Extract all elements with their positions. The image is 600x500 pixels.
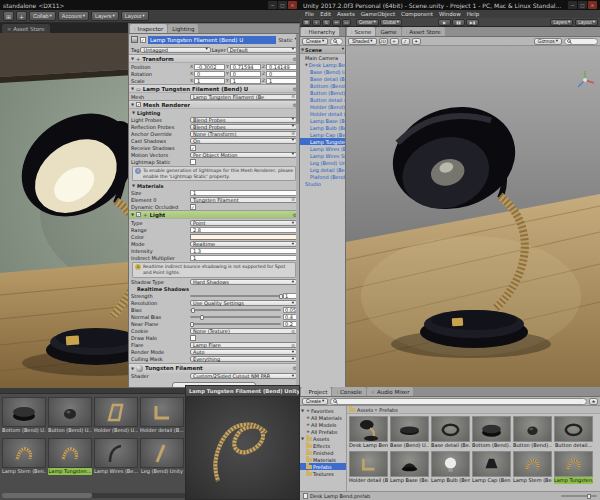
text-field[interactable]: 1 [190, 190, 297, 196]
layout-dropdown[interactable]: Layout▾ [121, 11, 149, 21]
tab-asset-store[interactable]: ⁞Asset Store [402, 27, 445, 36]
slider[interactable]: 1 [190, 293, 297, 299]
scale-tool-icon[interactable]: ⇔ [332, 19, 341, 26]
orientation-gizmo[interactable] [573, 68, 597, 94]
dropdown-field[interactable]: Per Object Motion▾ [190, 152, 297, 158]
hierarchy-item[interactable]: Lamp Tungsten Filament (Bend) Unity [300, 138, 345, 145]
lighting-toggle-icon[interactable]: ☀ [390, 38, 399, 45]
maximize-icon[interactable]: □ [278, 1, 287, 9]
asset-thumbnail[interactable]: Leg (Bend) Unity [140, 438, 184, 475]
tab-hierarchy[interactable]: ⁞Hierarchy [301, 27, 339, 36]
thumbnail-size-slider[interactable] [561, 495, 597, 497]
text-field[interactable]: 1 [190, 255, 297, 261]
slider-value[interactable]: 0.2 [283, 321, 297, 327]
slider[interactable]: 0.2 [190, 321, 297, 327]
dropdown-field[interactable]: Point▾ [190, 220, 297, 226]
mesh-renderer-component-header[interactable]: ▼ ✓ Mesh Renderer ⚙ [129, 100, 299, 109]
axis-field[interactable]: 1 [230, 78, 261, 84]
hierarchy-item[interactable]: Button (Bend) Unity [300, 89, 345, 96]
foldout-arrow-icon[interactable]: ▼ [301, 436, 305, 441]
asset-thumbnail[interactable]: Lamp Cap (Ben... [472, 451, 511, 484]
breadcrumb-folder[interactable]: Prefabs [379, 407, 398, 413]
asset-thumbnail[interactable]: Button (Bend)... [513, 416, 552, 449]
move-tool-icon[interactable]: + [312, 19, 321, 26]
hierarchy-item[interactable]: Lamp Cap (Bend) Unity [300, 131, 345, 138]
gizmos-dropdown[interactable]: Gizmos▾ [534, 38, 562, 45]
dropdown-field[interactable]: Hard Shadows▾ [190, 279, 297, 285]
hierarchy-item[interactable]: Main Camera [300, 54, 345, 61]
asset-thumbnail[interactable]: Button (Bend) U... [48, 397, 92, 434]
hierarchy-item[interactable]: Lamp Wires (Bend) Unity [300, 145, 345, 152]
favorites-filter-icon[interactable]: ★ [589, 398, 598, 405]
dropdown-field[interactable]: Use Quality Settings▾ [190, 300, 297, 306]
main-window-titlebar[interactable]: Unity 2017.2.0f3 Personal (64bit) - Scen… [300, 0, 600, 10]
step-icon[interactable]: ▶▮ [466, 19, 479, 26]
tab-scene[interactable]: ⁞Scene [347, 27, 375, 36]
hierarchy-item[interactable]: Lamp Wires Support (Bend) Unity [300, 152, 345, 159]
hierarchy-item[interactable]: Leg detail (Bend) Unity [300, 166, 345, 173]
scrollbar-thumb[interactable] [2, 493, 92, 498]
axis-field[interactable]: 0 [266, 71, 297, 77]
dropdown-field[interactable]: Blend Probes▾ [190, 124, 297, 130]
tab-project[interactable]: ⁞Project [301, 387, 331, 396]
axis-field[interactable]: -0.3002 [194, 64, 225, 70]
layer-dropdown[interactable]: Default▾ [227, 47, 297, 53]
dropdown-field[interactable]: Blend Probes▾ [190, 117, 297, 123]
favorites-root[interactable]: ▼ ★ Favorites [300, 407, 346, 414]
asset-thumbnail[interactable]: Button detail... [554, 416, 593, 449]
assets-root[interactable]: ▼ Assets [300, 435, 346, 442]
foldout-arrow-icon[interactable]: ▼ [131, 86, 134, 91]
slider-thumb[interactable] [587, 494, 591, 499]
collab-dropdown[interactable]: Collab▾ [29, 11, 56, 21]
scene-viewport[interactable] [346, 46, 600, 387]
slider-thumb[interactable] [190, 322, 194, 327]
component-enabled-checkbox[interactable]: ✓ [136, 212, 141, 217]
object-picker-icon[interactable]: ⊙ [291, 197, 295, 202]
asset-thumbnail[interactable]: Lamp Stem (Be... [513, 451, 552, 484]
asset-thumbnail[interactable]: Bottom (Bend) U... [2, 397, 46, 434]
hierarchy-item[interactable]: Lamp Bulb (Bend) Unity [300, 124, 345, 131]
foldout-arrow-icon[interactable]: ▼ [131, 102, 134, 107]
menu-edit[interactable]: Edit [317, 11, 334, 17]
object-field[interactable]: Lamp Tungsten Filament (Be⊙ [190, 94, 297, 100]
tab-inspector[interactable]: ⁞Inspector [130, 24, 167, 33]
hierarchy-item[interactable]: Holder detail (Bend) Unity [300, 110, 345, 117]
favorite-item[interactable]: ★All Models [300, 421, 346, 428]
asset-thumbnail[interactable]: Holder detail (B... [140, 397, 184, 434]
pivot-global-button[interactable]: Global▾ [380, 19, 402, 26]
object-field[interactable]: Tungsten Filament⊙ [190, 197, 297, 203]
shader-dropdown[interactable]: Custom/2Sided Cutout NM PAR▾ [190, 373, 297, 379]
hierarchy-item[interactable]: Bottom (Bend) Unity [300, 82, 345, 89]
rect-tool-icon[interactable]: ▭ [342, 19, 351, 26]
hierarchy-item[interactable]: Base detail (Bend) Unity [300, 75, 345, 82]
preview-title[interactable]: Lamp Tungsten Filament (Bend) Unity [186, 386, 299, 397]
slider[interactable]: 0.4 [190, 314, 297, 320]
audio-toggle-icon[interactable]: ♪ [401, 38, 410, 45]
object-picker-icon[interactable]: ⊙ [291, 131, 295, 136]
lighting-foldout[interactable]: ▼ Lighting [129, 109, 299, 116]
object-picker-icon[interactable]: ⊙ [291, 94, 295, 99]
slider-value[interactable]: 0.4 [283, 314, 297, 320]
maximize-icon[interactable]: □ [578, 1, 587, 9]
slider-value[interactable]: 0.05 [283, 307, 297, 313]
axis-field[interactable]: 0 [230, 71, 261, 77]
asset-thumbnail[interactable]: Lamp Tungsten... [554, 451, 593, 484]
close-icon[interactable]: × [588, 1, 597, 9]
asset-thumbnail[interactable]: Holder (Bend) U... [94, 397, 138, 434]
tag-dropdown[interactable]: Untagged▾ [140, 47, 210, 53]
asset-thumbnail[interactable]: Lamp Bulb (Ben... [431, 451, 470, 484]
favorite-item[interactable]: ★All Prefabs [300, 428, 346, 435]
pan-tool-icon[interactable]: ⊞ [302, 19, 311, 26]
account-dropdown[interactable]: Account▾ [58, 11, 89, 21]
layout-dropdown[interactable]: Layout▾ [575, 19, 598, 26]
tab-audio-mixer[interactable]: ≡Audio Mixer [367, 387, 414, 396]
preview-render[interactable] [186, 397, 299, 499]
material-header[interactable]: ▼ Tungsten Filament ⚙ [129, 363, 299, 373]
slider-thumb[interactable] [191, 308, 195, 313]
foldout-arrow-icon[interactable]: ▼ [131, 212, 134, 217]
folder-item[interactable]: Prefabs [300, 463, 346, 470]
menu-file[interactable]: File [302, 11, 317, 17]
asset-thumbnail[interactable]: Base detail (Be... [431, 416, 470, 449]
folder-item[interactable]: Effects [300, 442, 346, 449]
mesh-filter-component-header[interactable]: ▼ ▭ Lamp Tungsten Filament (Bend) U ⚙ [129, 84, 299, 93]
